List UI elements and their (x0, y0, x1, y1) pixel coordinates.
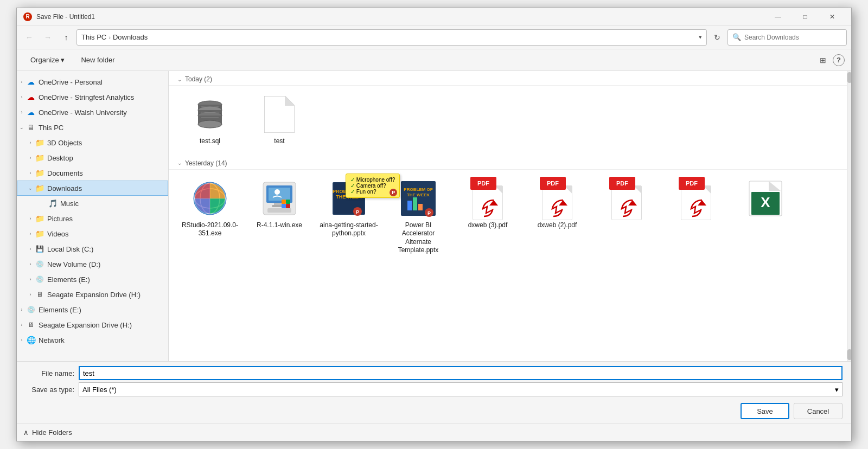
address-dropdown-icon[interactable]: ▾ (699, 34, 702, 41)
close-button[interactable]: ✕ (820, 8, 845, 25)
file-icon-blank (260, 95, 299, 134)
file-item-test[interactable]: test (247, 90, 312, 151)
file-item-aina-pptx[interactable]: ✓ Microphone off? ✓ Camera off? ✓ Fun on… (316, 174, 381, 260)
sidebar-item-onedrive-walsh[interactable]: › ☁ OneDrive - Walsh University (17, 105, 168, 120)
breadcrumb: This PC › Downloads (81, 33, 148, 41)
documents-icon: 📁 (35, 168, 44, 178)
svg-rect-26 (282, 204, 286, 208)
notification-line-1: ✓ Microphone off? (350, 177, 395, 183)
sidebar-item-videos[interactable]: › 📁 Videos (17, 226, 168, 241)
svg-rect-25 (286, 200, 290, 204)
file-item-r-exe[interactable]: R-4.1.1-win.exe (247, 174, 312, 260)
sidebar-item-seagate-h[interactable]: › 🖥 Seagate Expansion Drive (H:) (17, 287, 168, 302)
sidebar-item-desktop[interactable]: › 📁 Desktop (17, 150, 168, 165)
file-name-aina-pptx: aina-getting-started-python.pptx (319, 221, 379, 238)
sidebar-item-local-disk-c[interactable]: › 💾 Local Disk (C:) (17, 241, 168, 256)
breadcrumb-thispc[interactable]: This PC (81, 33, 106, 41)
new-volume-d-icon: 💿 (35, 259, 44, 269)
file-item-rstudio[interactable]: RStudio-2021.09.0-351.exe (177, 174, 242, 260)
sidebar-item-this-pc[interactable]: ⌄ 🖥 This PC (17, 120, 168, 135)
new-folder-button[interactable]: New folder (74, 53, 122, 68)
search-input[interactable] (744, 34, 842, 41)
sidebar-item-elements-e2[interactable]: › 💿 Elements (E:) (17, 302, 168, 317)
sidebar-item-network[interactable]: › 🌐 Network (17, 332, 168, 348)
expand-icon: › (26, 153, 35, 162)
group-today-label: Today (2) (185, 75, 212, 83)
sidebar-item-3d-objects[interactable]: › 📁 3D Objects (17, 135, 168, 150)
sidebar-item-pictures[interactable]: › 📁 Pictures (17, 211, 168, 226)
file-area-scrollbar[interactable] (847, 71, 851, 361)
filename-input[interactable] (79, 366, 843, 380)
organize-button[interactable]: Organize ▾ (23, 53, 72, 68)
breadcrumb-downloads[interactable]: Downloads (113, 33, 148, 41)
seagate-h2-icon: 🖥 (26, 320, 36, 330)
search-box[interactable]: 🔍 (727, 29, 847, 46)
blank-file-icon (264, 96, 295, 133)
cancel-button[interactable]: Cancel (794, 403, 843, 419)
rstudio-icon (193, 181, 227, 216)
pptx-pbi-icon: PROBLEM OF THE WEEK P (400, 180, 437, 217)
expand-icon: › (26, 214, 35, 223)
hide-folders-row[interactable]: ∧ Hide Folders (17, 424, 851, 441)
minimize-button[interactable]: — (765, 8, 790, 25)
elements-e2-icon: 💿 (26, 305, 36, 315)
file-icon-sql (190, 95, 229, 134)
file-name-pbi-template: Power BI Accelerator Alternate Template.… (388, 221, 448, 255)
view-toggle-button[interactable]: ⊞ (815, 53, 831, 68)
svg-rect-38 (413, 197, 417, 210)
sidebar-item-downloads[interactable]: ⌄ 📁 Downloads (17, 181, 168, 196)
file-icon-pdf-partial1: PDF (607, 179, 646, 218)
sql-file-icon (194, 96, 226, 133)
svg-rect-24 (282, 200, 286, 204)
group-today[interactable]: ⌄ Today (2) (169, 71, 847, 86)
expand-icon: › (26, 229, 35, 238)
pdf-icon-wrap-3: PDF (607, 177, 646, 220)
file-item-dxweb2[interactable]: PDF dxweb (2).pdf (525, 174, 590, 260)
file-icon-pbi-template: PROBLEM OF THE WEEK P (399, 179, 438, 218)
forward-button[interactable]: → (40, 29, 56, 46)
sidebar-item-seagate-h2[interactable]: › 🖥 Seagate Expansion Drive (H:) (17, 317, 168, 332)
acrobat-arrow-4 (687, 196, 717, 217)
sidebar-item-onedrive-stringfest[interactable]: › ☁ OneDrive - Stringfest Analytics (17, 89, 168, 105)
pdf-badge-2: PDF (540, 177, 566, 190)
pdf-file-body (473, 185, 503, 220)
savetype-select[interactable]: All Files (*) ▾ (79, 382, 843, 396)
expand-icon: › (17, 305, 26, 314)
sidebar-item-documents[interactable]: › 📁 Documents (17, 165, 168, 181)
sidebar-item-onedrive-personal[interactable]: › ☁ OneDrive - Personal (17, 74, 168, 89)
file-name-test: test (274, 137, 284, 146)
sidebar-label-new-volume-d: New Volume (D:) (47, 260, 100, 268)
address-box[interactable]: This PC › Downloads ▾ (76, 29, 707, 46)
help-button[interactable]: ? (833, 54, 845, 66)
file-item-pdf-partial1[interactable]: PDF (594, 174, 659, 260)
file-item-xlsx-partial[interactable]: X (733, 174, 798, 260)
refresh-button[interactable]: ↻ (709, 29, 725, 46)
pdf-badge: PDF (470, 177, 496, 190)
acrobat-arrow (478, 196, 509, 217)
savetype-value: All Files (*) (82, 386, 117, 394)
pictures-icon: 📁 (35, 214, 44, 223)
pdf-file-body-2 (542, 185, 572, 220)
file-icon-pdf-partial2: PDF (676, 179, 716, 218)
expand-icon: › (17, 336, 26, 344)
file-icon-dxweb2: PDF (538, 179, 577, 218)
scrollbar-thumb-top (847, 72, 851, 83)
desktop-icon: 📁 (35, 153, 44, 163)
file-item-dxweb3[interactable]: PDF dxweb (3).pdf (455, 174, 520, 260)
sidebar-label-downloads: Downloads (47, 184, 82, 193)
sidebar-item-elements-e[interactable]: › 💿 Elements (E:) (17, 272, 168, 287)
file-item-test-sql[interactable]: test.sql (177, 90, 242, 151)
file-item-pdf-partial2[interactable]: PDF (663, 174, 729, 260)
back-button[interactable]: ← (21, 29, 37, 46)
sidebar-item-music[interactable]: 🎵 Music (17, 196, 168, 211)
sidebar-item-new-volume-d[interactable]: › 💿 New Volume (D:) (17, 256, 168, 272)
expand-icon: › (26, 275, 35, 284)
dialog-title: Save File - Untitled1 (36, 13, 765, 21)
group-yesterday[interactable]: ⌄ Yesterday (14) (169, 155, 847, 170)
expand-icon: › (26, 169, 35, 177)
save-button[interactable]: Save (741, 403, 789, 419)
maximize-button[interactable]: □ (793, 8, 818, 25)
sidebar-label-onedrive-stringfest: OneDrive - Stringfest Analytics (39, 93, 134, 101)
up-button[interactable]: ↑ (58, 29, 74, 46)
breadcrumb-separator: › (108, 34, 111, 41)
